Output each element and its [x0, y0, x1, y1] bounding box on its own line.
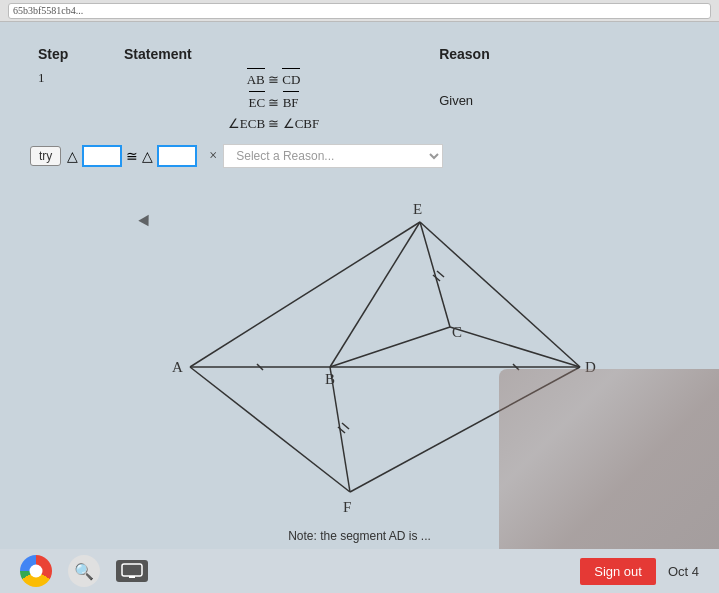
label-A: A [172, 359, 183, 375]
table-row: 1 AB ≅ CD EC ≅ BF ∠ECB ≅ ∠CBF [30, 66, 689, 136]
sign-out-button[interactable]: Sign out [580, 558, 656, 585]
main-page: Step Statement Reason 1 AB ≅ CD [0, 22, 719, 593]
statement-cell: AB ≅ CD EC ≅ BF ∠ECB ≅ ∠CBF [116, 66, 431, 136]
svg-line-2 [420, 222, 580, 367]
statement-line-3: ∠ECB ≅ ∠CBF [124, 114, 423, 135]
date-label: Oct 4 [668, 564, 699, 579]
triangle-input-1[interactable] [82, 145, 122, 167]
congruent-symbol: ≅ [126, 148, 138, 165]
svg-line-14 [338, 427, 345, 433]
segment-EC: EC [249, 91, 266, 114]
chrome-icon[interactable] [20, 555, 52, 587]
svg-line-8 [420, 222, 450, 327]
reason-header: Reason [431, 42, 689, 66]
statement-line-2: EC ≅ BF [124, 91, 423, 114]
try-row: try △ ≅ △ × Select a Reason... SSS SAS A… [30, 144, 689, 168]
statement-line-1: AB ≅ CD [124, 68, 423, 91]
segment-AB: AB [247, 68, 265, 91]
proof-table: Step Statement Reason 1 AB ≅ CD [30, 42, 689, 136]
svg-line-5 [330, 222, 420, 367]
segment-CD: CD [282, 68, 300, 91]
statement-header: Statement [116, 42, 431, 66]
label-E: E [413, 201, 422, 217]
bottom-right: Sign out Oct 4 [580, 558, 699, 585]
triangle-input-group: △ ≅ △ [67, 145, 197, 167]
label-B: B [325, 371, 335, 387]
reason-select[interactable]: Select a Reason... SSS SAS ASA AAS HL [223, 144, 443, 168]
given-label: Given [439, 93, 473, 108]
photo-overlay [499, 369, 719, 549]
svg-line-15 [342, 423, 349, 429]
label-C: C [452, 324, 462, 340]
step-number: 1 [30, 66, 116, 136]
svg-line-13 [437, 271, 444, 277]
label-F: F [343, 499, 351, 515]
note-text: Note: the segment AD is ... [288, 529, 431, 543]
tv-icon[interactable] [116, 560, 148, 582]
x-button[interactable]: × [209, 148, 217, 164]
try-button[interactable]: try [30, 146, 61, 166]
bottom-bar: 🔍 Sign out Oct 4 [0, 549, 719, 593]
url-text: 65b3bf5581cb4... [13, 5, 83, 16]
svg-line-9 [450, 327, 580, 367]
triangle-symbol-1: △ [67, 148, 78, 165]
segment-BF: BF [283, 91, 299, 114]
triangle-input-2[interactable] [157, 145, 197, 167]
step-header: Step [30, 42, 116, 66]
browser-bar: 65b3bf5581cb4... [0, 0, 719, 22]
bottom-icons: 🔍 [20, 555, 148, 587]
svg-line-0 [190, 222, 420, 367]
svg-line-7 [330, 327, 450, 367]
triangle-symbol-2: △ [142, 148, 153, 165]
search-icon[interactable]: 🔍 [68, 555, 100, 587]
url-bar[interactable]: 65b3bf5581cb4... [8, 3, 711, 19]
reason-cell: Given [431, 66, 689, 136]
svg-rect-16 [122, 564, 142, 576]
svg-rect-17 [129, 576, 135, 578]
